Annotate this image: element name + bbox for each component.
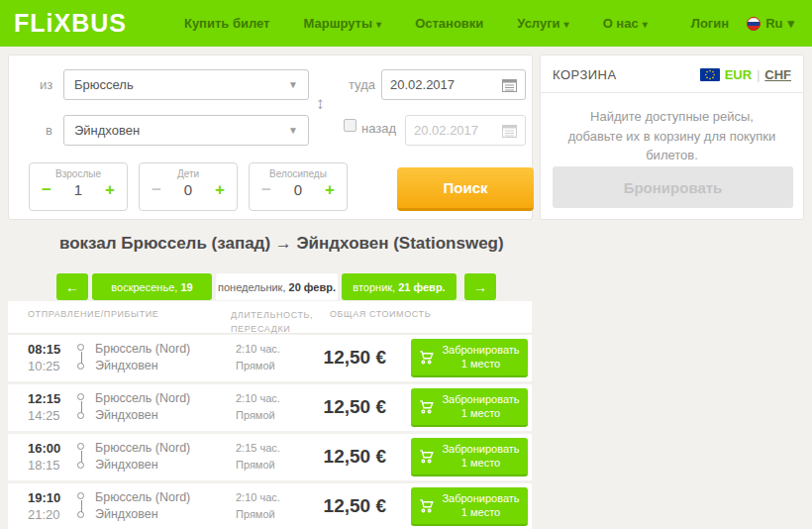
language-selector[interactable]: Ru ▾ xyxy=(747,16,794,31)
departure-time: 16:00 xyxy=(28,441,60,456)
russian-flag-icon xyxy=(747,17,761,31)
column-departure-arrival: ОТПРАВЛЕНИЕ/ПРИБЫТИЕ xyxy=(28,309,158,319)
trip-price: 12,50 € xyxy=(324,396,386,418)
from-label: из xyxy=(40,77,52,92)
children-label: Дети xyxy=(140,168,237,179)
trip-duration: 2:10 час. xyxy=(236,491,280,503)
bikes-label: Велосипеды xyxy=(250,168,347,179)
nav-about[interactable]: О нас▾ xyxy=(603,16,648,31)
nav-services[interactable]: Услуги▾ xyxy=(517,16,568,31)
route-stops-icon xyxy=(77,443,86,473)
to-select[interactable]: Эйндховен ▼ xyxy=(63,115,309,146)
depart-date-input[interactable]: 20.02.2017 xyxy=(381,69,526,100)
book-trip-button[interactable]: Забронировать 1 место xyxy=(411,388,528,427)
arrival-time: 18:15 xyxy=(28,458,60,473)
top-navigation-bar: FLiXBUS Купить билет Маршруты▾ Остановки… xyxy=(0,0,812,47)
column-total-cost: ОБЩАЯ СТОИМОСТЬ xyxy=(330,309,439,319)
connection-type: Прямой xyxy=(236,409,275,421)
departure-time: 12:15 xyxy=(28,391,60,406)
currency-separator: | xyxy=(757,68,760,82)
currency-eur[interactable]: EUR xyxy=(725,67,752,82)
cart-icon xyxy=(419,449,434,464)
arrival-time: 14:25 xyxy=(28,408,60,423)
trip-price: 12,50 € xyxy=(324,347,386,369)
departure-time: 19:10 xyxy=(28,490,60,505)
chevron-down-icon: ▾ xyxy=(376,19,381,30)
adults-stepper: Взрослые − 1 + xyxy=(29,162,128,211)
trip-duration: 2:10 час. xyxy=(236,343,280,355)
column-duration-transfers: ДЛИТЕЛЬНОСТЬ, ПЕРЕСАДКИ xyxy=(231,309,322,336)
tab-sunday[interactable]: воскресенье, 19 xyxy=(92,273,212,300)
cart-book-button[interactable]: Бронировать xyxy=(553,166,793,208)
nav-stops[interactable]: Остановки xyxy=(415,16,483,31)
to-stop: Эйндховен xyxy=(95,458,158,472)
departure-time: 08:15 xyxy=(28,342,60,357)
children-count: 0 xyxy=(184,181,192,198)
search-button[interactable]: Поиск xyxy=(397,167,534,211)
adults-label: Взрослые xyxy=(30,168,127,179)
nav-buy-ticket[interactable]: Купить билет xyxy=(184,16,270,31)
route-stops-icon xyxy=(77,492,86,522)
cart-empty-message: Найдите доступные рейсы, добавьте их в к… xyxy=(541,93,803,165)
tab-monday-active[interactable]: понедельник, 20 февр. xyxy=(216,273,338,300)
depart-label: туда xyxy=(349,77,375,92)
bikes-minus-button[interactable]: − xyxy=(261,181,271,198)
return-date-input[interactable]: 20.02.2017 xyxy=(405,115,526,146)
eu-flag-icon xyxy=(700,68,720,81)
to-stop: Эйндховен xyxy=(95,408,158,422)
swap-direction-icon[interactable]: ↕ xyxy=(316,95,325,112)
chevron-down-icon: ▼ xyxy=(288,79,298,90)
children-plus-button[interactable]: + xyxy=(215,181,225,198)
trip-duration: 2:15 час. xyxy=(236,442,280,454)
children-stepper: Дети − 0 + xyxy=(139,162,238,211)
to-stop: Эйндховен xyxy=(95,507,158,521)
table-row: 08:15 10:25 Брюссель (Nord) Эйндховен 2:… xyxy=(8,335,532,381)
nav-routes[interactable]: Маршруты▾ xyxy=(303,16,381,31)
currency-chf-link[interactable]: CHF xyxy=(764,67,791,82)
trip-price: 12,50 € xyxy=(324,446,386,468)
adults-count: 1 xyxy=(74,181,82,198)
connection-type: Прямой xyxy=(236,459,275,471)
bikes-plus-button[interactable]: + xyxy=(325,181,335,198)
tab-tuesday[interactable]: вторник, 21 февр. xyxy=(342,273,457,300)
connection-type: Прямой xyxy=(236,360,275,371)
arrival-time: 21:20 xyxy=(28,507,60,522)
adults-minus-button[interactable]: − xyxy=(42,181,51,198)
calendar-icon xyxy=(502,78,517,92)
results-table-header: ОТПРАВЛЕНИЕ/ПРИБЫТИЕ ДЛИТЕЛЬНОСТЬ, ПЕРЕС… xyxy=(8,301,532,334)
results-table: ОТПРАВЛЕНИЕ/ПРИБЫТИЕ ДЛИТЕЛЬНОСТЬ, ПЕРЕС… xyxy=(8,301,532,529)
cart-header: КОРЗИНА EUR | CHF xyxy=(541,55,803,93)
chevron-down-icon: ▾ xyxy=(787,16,794,31)
from-stop: Брюссель (Nord) xyxy=(95,441,190,455)
flixbus-logo[interactable]: FLiXBUS xyxy=(14,9,127,38)
topbar-right: Логин Ru ▾ xyxy=(691,16,794,31)
route-stops-icon xyxy=(77,393,86,423)
from-select[interactable]: Брюссель ▼ xyxy=(63,69,309,100)
from-stop: Брюссель (Nord) xyxy=(95,391,190,405)
adults-plus-button[interactable]: + xyxy=(105,181,115,198)
from-stop: Брюссель (Nord) xyxy=(95,490,190,504)
return-checkbox[interactable] xyxy=(344,119,356,132)
main-nav: Купить билет Маршруты▾ Остановки Услуги▾… xyxy=(184,16,648,31)
route-stops-icon xyxy=(77,344,86,373)
table-row: 12:15 14:25 Брюссель (Nord) Эйндховен 2:… xyxy=(8,384,532,431)
from-stop: Брюссель (Nord) xyxy=(95,342,190,356)
cart-icon xyxy=(419,350,434,365)
chevron-down-icon: ▾ xyxy=(564,19,569,30)
to-label: в xyxy=(46,123,52,138)
chevron-down-icon: ▼ xyxy=(288,125,298,136)
book-trip-button[interactable]: Забронировать 1 место xyxy=(411,438,528,476)
chevron-down-icon: ▾ xyxy=(643,19,648,30)
login-link[interactable]: Логин xyxy=(691,16,729,31)
book-trip-button[interactable]: Забронировать 1 место xyxy=(411,339,528,377)
children-minus-button[interactable]: − xyxy=(152,181,161,198)
prev-day-button[interactable]: ← xyxy=(56,273,88,300)
cart-icon xyxy=(419,399,434,414)
cart-panel: КОРЗИНА EUR | CHF Найдите доступные рейс… xyxy=(540,54,804,220)
next-day-button[interactable]: → xyxy=(464,273,496,300)
trip-duration: 2:10 час. xyxy=(236,392,280,404)
calendar-icon xyxy=(502,124,517,138)
book-trip-button[interactable]: Забронировать 1 место xyxy=(411,487,528,526)
cart-title: КОРЗИНА xyxy=(553,67,617,82)
table-row: 16:00 18:15 Брюссель (Nord) Эйндховен 2:… xyxy=(8,434,532,480)
